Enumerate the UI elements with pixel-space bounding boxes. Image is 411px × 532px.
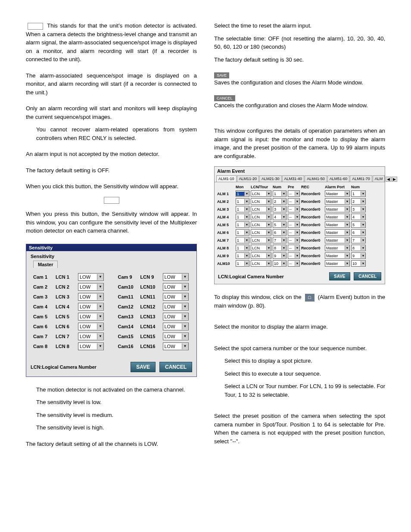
select[interactable]: 2▼: [273, 198, 286, 205]
select[interactable]: 1▼: [236, 206, 249, 212]
alarm-tab[interactable]: ALM61-70: [350, 175, 372, 182]
sensitivity-select[interactable]: LOW▼: [163, 313, 189, 320]
tab-master[interactable]: Master: [33, 261, 58, 268]
select[interactable]: 1▼: [236, 214, 249, 220]
select[interactable]: --▼: [288, 252, 300, 259]
select[interactable]: 10▼: [273, 260, 286, 267]
select[interactable]: 9▼: [273, 252, 286, 259]
select[interactable]: 7▼: [273, 237, 286, 243]
select[interactable]: LCN▼: [251, 221, 271, 228]
select[interactable]: Master▼: [325, 237, 350, 243]
select[interactable]: Master▼: [325, 245, 350, 251]
select[interactable]: 9▼: [351, 252, 366, 259]
sensitivity-select[interactable]: LOW▼: [163, 342, 189, 350]
select[interactable]: --▼: [288, 245, 300, 251]
select[interactable]: 1▼: [236, 221, 249, 228]
select[interactable]: LCN▼: [251, 190, 271, 197]
select[interactable]: 1▼: [351, 190, 366, 197]
sensitivity-select[interactable]: LOW▼: [78, 293, 104, 301]
select[interactable]: Master▼: [325, 214, 350, 220]
sensitivity-select[interactable]: LOW▼: [163, 323, 189, 330]
select-value: 2: [352, 199, 361, 204]
sensitivity-select[interactable]: LOW▼: [78, 303, 104, 311]
sensitivity-select[interactable]: LOW▼: [163, 273, 189, 281]
select[interactable]: 6▼: [273, 229, 286, 236]
select[interactable]: 1▼: [236, 260, 249, 267]
select[interactable]: Master▼: [325, 198, 350, 205]
select[interactable]: 1▼: [236, 229, 249, 236]
sensitivity-select[interactable]: LOW▼: [163, 283, 189, 291]
sensitivity-select[interactable]: LOW▼: [78, 323, 104, 330]
alarm-tab[interactable]: ALM: [373, 175, 385, 182]
sensitivity-select[interactable]: LOW▼: [78, 273, 104, 281]
select[interactable]: Master▼: [325, 206, 350, 212]
select[interactable]: 3▼: [351, 206, 366, 212]
scroll-right-icon[interactable]: ▶: [392, 177, 397, 182]
select[interactable]: 7▼: [351, 237, 366, 243]
save-button[interactable]: SAVE: [329, 272, 350, 280]
select[interactable]: 6▼: [351, 229, 366, 236]
select[interactable]: 1▼: [236, 252, 249, 259]
select[interactable]: 1▼: [236, 190, 249, 197]
lcn-label: LCN13: [140, 314, 160, 319]
sensitivity-select[interactable]: LOW▼: [78, 342, 104, 350]
select-value: LCN: [251, 199, 266, 204]
select[interactable]: 5▼: [273, 221, 286, 228]
select[interactable]: 8▼: [273, 245, 286, 251]
alarm-tab[interactable]: ALM51-60: [327, 175, 350, 182]
cancel-button[interactable]: CANCEL: [159, 362, 192, 372]
alarm-tab[interactable]: ALM31-40: [282, 175, 305, 182]
alarm-tab[interactable]: ALM1-10: [216, 175, 237, 182]
lcn-label: LCN 1: [56, 274, 75, 280]
alarm-event-icon[interactable]: ☖: [305, 294, 314, 302]
alarm-tab[interactable]: ALM21-30: [259, 175, 282, 182]
select[interactable]: Master▼: [325, 229, 350, 236]
select[interactable]: 10▼: [351, 260, 366, 267]
select[interactable]: Master▼: [325, 221, 350, 228]
select[interactable]: 2▼: [351, 198, 366, 205]
sensitivity-select[interactable]: LOW▼: [163, 303, 189, 311]
select[interactable]: Master▼: [325, 190, 350, 197]
select[interactable]: 1▼: [236, 237, 249, 243]
select[interactable]: 1▼: [236, 198, 249, 205]
select[interactable]: Master▼: [325, 252, 350, 259]
sensitivity-select[interactable]: LOW▼: [163, 333, 189, 340]
sensitivity-select[interactable]: LOW▼: [78, 283, 104, 291]
alarm-tab[interactable]: ALM41-50: [305, 175, 327, 182]
select[interactable]: 1▼: [273, 190, 286, 197]
select[interactable]: LCN▼: [251, 237, 271, 243]
select[interactable]: LCN▼: [251, 260, 271, 267]
select[interactable]: --▼: [288, 260, 300, 267]
select[interactable]: LCN▼: [251, 245, 271, 251]
group-label: Sensitivity: [31, 254, 192, 259]
select[interactable]: LCN▼: [251, 229, 271, 236]
select[interactable]: 8▼: [351, 245, 366, 251]
select[interactable]: --▼: [288, 206, 300, 212]
select[interactable]: LCN▼: [251, 214, 271, 220]
select[interactable]: --▼: [288, 214, 300, 220]
select[interactable]: --▼: [288, 190, 300, 197]
select[interactable]: --▼: [288, 221, 300, 228]
save-button[interactable]: SAVE: [131, 362, 156, 372]
cancel-chip[interactable]: CANCEL: [214, 95, 235, 101]
select[interactable]: --▼: [288, 237, 300, 243]
select[interactable]: --▼: [288, 198, 300, 205]
alarm-tab[interactable]: ALM11-20: [237, 175, 259, 182]
select[interactable]: LCN▼: [251, 252, 271, 259]
select[interactable]: 4▼: [351, 214, 366, 220]
sensitivity-select[interactable]: LOW▼: [78, 333, 104, 340]
select-value: 10: [273, 261, 281, 266]
select[interactable]: Master▼: [325, 260, 350, 267]
select[interactable]: 4▼: [273, 214, 286, 220]
scroll-left-icon[interactable]: ◀: [386, 177, 391, 182]
cancel-button[interactable]: CANCEL: [354, 272, 381, 280]
select[interactable]: LCN▼: [251, 198, 271, 205]
select[interactable]: LCN▼: [251, 206, 271, 212]
select[interactable]: 5▼: [351, 221, 366, 228]
save-chip[interactable]: SAVE: [214, 72, 229, 78]
sensitivity-select[interactable]: LOW▼: [163, 293, 189, 301]
sensitivity-select[interactable]: LOW▼: [78, 313, 104, 320]
select[interactable]: --▼: [288, 229, 300, 236]
select[interactable]: 1▼: [236, 245, 249, 251]
select[interactable]: 3▼: [273, 206, 286, 212]
